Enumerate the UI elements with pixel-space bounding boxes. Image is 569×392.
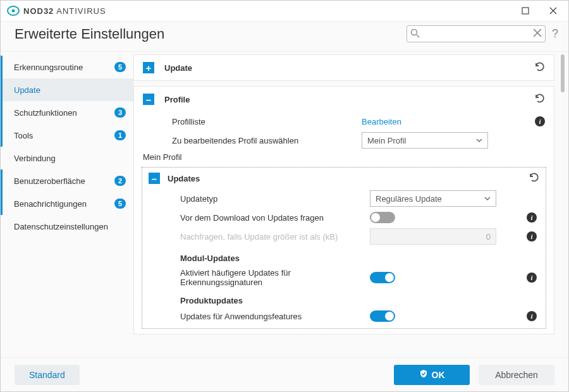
collapse-icon bbox=[149, 173, 160, 184]
sidebar-item-detection[interactable]: Erkennungsroutine 5 bbox=[1, 56, 133, 78]
row-product-features: Updates für Anwendungsfeatures bbox=[142, 309, 546, 328]
search-input[interactable] bbox=[407, 25, 546, 42]
help-icon[interactable]: ? bbox=[552, 27, 558, 40]
profile-select[interactable]: Mein Profil bbox=[362, 132, 488, 149]
collapse-icon bbox=[143, 94, 154, 105]
badge: 2 bbox=[114, 176, 126, 186]
row-module-freq: Aktiviert häufigere Updates für Erkennun… bbox=[142, 267, 546, 288]
undo-icon[interactable] bbox=[528, 171, 539, 186]
svg-point-3 bbox=[411, 30, 417, 35]
ask-size-input: 0 bbox=[370, 228, 496, 245]
cancel-button[interactable]: Abbrechen bbox=[479, 365, 554, 385]
chevron-down-icon bbox=[476, 136, 482, 145]
info-icon[interactable] bbox=[527, 231, 537, 242]
info-icon[interactable] bbox=[527, 212, 537, 223]
sidebar-item-tools[interactable]: Tools 1 bbox=[1, 124, 133, 147]
search-box bbox=[407, 25, 546, 42]
sidebar: Erkennungsroutine 5 Update Schutzfunktio… bbox=[1, 52, 133, 357]
panel-header-updates[interactable]: Updates bbox=[142, 168, 546, 189]
badge: 1 bbox=[114, 130, 126, 140]
svg-rect-2 bbox=[522, 8, 529, 14]
panel-profile: Profile Profilliste Bearbeiten Zu bearbe… bbox=[133, 86, 554, 334]
undo-icon[interactable] bbox=[534, 92, 545, 107]
app-logo: NOD32 ANTIVIRUS bbox=[7, 4, 106, 17]
shield-icon bbox=[419, 369, 428, 380]
svg-point-1 bbox=[12, 9, 15, 13]
panel-header-update[interactable]: Update bbox=[134, 55, 554, 80]
row-ask-before-download: Vor dem Download von Updates fragen bbox=[142, 208, 546, 227]
panel-updates: Updates Updatetyp Reguläres Update bbox=[142, 167, 546, 329]
footer: Standard OK Abbrechen bbox=[1, 357, 568, 391]
panel-update: Update bbox=[133, 54, 554, 81]
heading-module-updates: Modul-Updates bbox=[142, 246, 546, 267]
undo-icon[interactable] bbox=[534, 61, 545, 75]
search-icon bbox=[410, 28, 420, 40]
info-icon[interactable] bbox=[527, 273, 537, 283]
scrollbar-thumb[interactable] bbox=[561, 54, 565, 92]
titlebar: NOD32 ANTIVIRUS bbox=[1, 1, 568, 21]
app-window: NOD32 ANTIVIRUS Erweiterte Einstellungen bbox=[0, 0, 569, 392]
sidebar-item-notifications[interactable]: Benachrichtigungen 5 bbox=[1, 192, 133, 215]
current-profile-name: Mein Profil bbox=[134, 150, 554, 164]
close-icon bbox=[549, 7, 557, 15]
badge: 5 bbox=[114, 199, 126, 209]
default-button[interactable]: Standard bbox=[15, 365, 80, 385]
search-clear-icon[interactable] bbox=[533, 28, 542, 39]
ask-before-toggle[interactable] bbox=[370, 212, 395, 223]
sidebar-item-connection[interactable]: Verbindung bbox=[1, 147, 133, 169]
info-icon[interactable] bbox=[535, 116, 545, 126]
row-select-profile: Zu bearbeitendes Profil auswählen Mein P… bbox=[134, 131, 554, 150]
ok-button[interactable]: OK bbox=[394, 365, 470, 385]
maximize-icon bbox=[522, 7, 529, 15]
row-update-type: Updatetyp Reguläres Update bbox=[142, 189, 546, 208]
info-icon[interactable] bbox=[527, 311, 537, 321]
heading-product-updates: Produktupdates bbox=[142, 288, 546, 309]
header: Erweiterte Einstellungen ? bbox=[1, 21, 568, 52]
badge: 3 bbox=[114, 107, 126, 118]
module-freq-toggle[interactable] bbox=[370, 272, 395, 283]
update-type-select[interactable]: Reguläres Update bbox=[370, 190, 496, 207]
sidebar-item-update[interactable]: Update bbox=[1, 78, 133, 101]
chevron-down-icon bbox=[484, 194, 491, 204]
expand-icon bbox=[143, 62, 154, 73]
row-ask-size: Nachfragen, falls Update größer ist als … bbox=[142, 227, 546, 246]
row-profile-list: Profilliste Bearbeiten bbox=[134, 112, 554, 131]
badge: 5 bbox=[114, 62, 126, 72]
body: Erkennungsroutine 5 Update Schutzfunktio… bbox=[1, 52, 568, 357]
sidebar-item-protection[interactable]: Schutzfunktionen 3 bbox=[1, 101, 133, 124]
product-feat-toggle[interactable] bbox=[370, 310, 395, 322]
content-area: Update Profile Profilliste Bea bbox=[133, 52, 568, 357]
content-scroll: Update Profile Profilliste Bea bbox=[133, 52, 557, 357]
scrollbar[interactable] bbox=[557, 52, 568, 357]
eset-logo-icon bbox=[7, 4, 20, 17]
sidebar-item-privacy[interactable]: Datenschutzeinstellungen bbox=[1, 215, 133, 238]
sidebar-item-ui[interactable]: Benutzeroberfläche 2 bbox=[1, 169, 133, 192]
panel-header-profile[interactable]: Profile bbox=[134, 87, 554, 112]
edit-profile-link[interactable]: Bearbeiten bbox=[362, 117, 401, 126]
close-button[interactable] bbox=[539, 1, 567, 21]
app-name: NOD32 ANTIVIRUS bbox=[23, 6, 106, 16]
page-title: Erweiterte Einstellungen bbox=[15, 26, 164, 42]
window-controls bbox=[511, 1, 567, 21]
maximize-button[interactable] bbox=[511, 1, 539, 21]
